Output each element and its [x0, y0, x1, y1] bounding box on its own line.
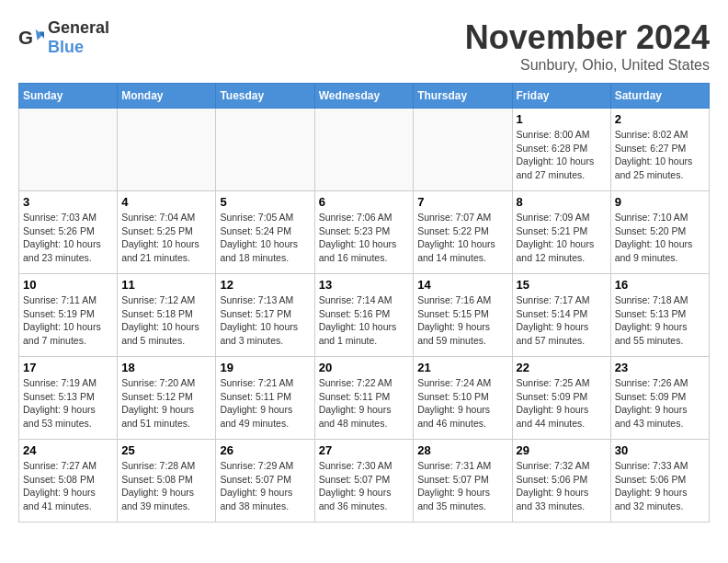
calendar-cell: 8Sunrise: 7:09 AM Sunset: 5:21 PM Daylig… — [512, 191, 610, 274]
day-info: Sunrise: 7:14 AM Sunset: 5:16 PM Dayligh… — [319, 293, 410, 348]
calendar-cell: 23Sunrise: 7:26 AM Sunset: 5:09 PM Dayli… — [610, 357, 709, 440]
day-number: 23 — [615, 361, 705, 374]
day-number: 1 — [517, 112, 607, 126]
location-title: Sunbury, Ohio, United States — [465, 57, 710, 74]
weekday-header-thursday: Thursday — [414, 84, 512, 109]
day-info: Sunrise: 8:02 AM Sunset: 6:27 PM Dayligh… — [615, 128, 705, 182]
day-info: Sunrise: 7:19 AM Sunset: 5:13 PM Dayligh… — [23, 376, 113, 431]
day-info: Sunrise: 7:28 AM Sunset: 5:08 PM Dayligh… — [121, 459, 211, 513]
day-number: 3 — [23, 195, 113, 209]
calendar-cell: 30Sunrise: 7:33 AM Sunset: 5:06 PM Dayli… — [610, 440, 709, 523]
calendar-cell: 18Sunrise: 7:20 AM Sunset: 5:12 PM Dayli… — [118, 357, 216, 440]
day-info: Sunrise: 7:16 AM Sunset: 5:15 PM Dayligh… — [417, 293, 507, 348]
week-row-1: 3Sunrise: 7:03 AM Sunset: 5:26 PM Daylig… — [19, 191, 710, 274]
calendar-cell: 16Sunrise: 7:18 AM Sunset: 5:13 PM Dayli… — [610, 274, 709, 357]
day-number: 26 — [220, 443, 310, 457]
calendar-cell: 11Sunrise: 7:12 AM Sunset: 5:18 PM Dayli… — [118, 274, 216, 357]
calendar-cell: 1Sunrise: 8:00 AM Sunset: 6:28 PM Daylig… — [512, 109, 610, 191]
day-number: 19 — [220, 361, 310, 374]
title-area: November 2024 Sunbury, Ohio, United Stat… — [465, 18, 710, 74]
day-number: 22 — [517, 361, 607, 374]
calendar-cell: 26Sunrise: 7:29 AM Sunset: 5:07 PM Dayli… — [216, 440, 314, 523]
logo-general: General — [48, 18, 109, 37]
day-number: 2 — [615, 112, 705, 126]
day-info: Sunrise: 7:04 AM Sunset: 5:25 PM Dayligh… — [121, 211, 211, 265]
calendar-cell: 2Sunrise: 8:02 AM Sunset: 6:27 PM Daylig… — [610, 109, 709, 191]
day-number: 13 — [319, 278, 410, 292]
calendar-cell: 9Sunrise: 7:10 AM Sunset: 5:20 PM Daylig… — [610, 191, 709, 274]
calendar-table: SundayMondayTuesdayWednesdayThursdayFrid… — [18, 83, 710, 523]
day-info: Sunrise: 7:18 AM Sunset: 5:13 PM Dayligh… — [615, 293, 705, 348]
calendar-cell: 19Sunrise: 7:21 AM Sunset: 5:11 PM Dayli… — [216, 357, 314, 440]
day-number: 4 — [121, 195, 211, 209]
day-number: 27 — [319, 443, 410, 457]
day-number: 30 — [615, 443, 705, 457]
page-header: G General Blue November 2024 Sunbury, Oh… — [18, 18, 710, 74]
day-number: 9 — [615, 195, 705, 209]
day-number: 10 — [23, 278, 113, 292]
day-info: Sunrise: 7:06 AM Sunset: 5:23 PM Dayligh… — [319, 211, 410, 265]
weekday-header-tuesday: Tuesday — [216, 84, 314, 109]
day-number: 11 — [121, 278, 211, 292]
week-row-0: 1Sunrise: 8:00 AM Sunset: 6:28 PM Daylig… — [19, 109, 710, 191]
calendar-cell: 24Sunrise: 7:27 AM Sunset: 5:08 PM Dayli… — [19, 440, 118, 523]
day-info: Sunrise: 7:07 AM Sunset: 5:22 PM Dayligh… — [417, 211, 507, 265]
day-info: Sunrise: 7:03 AM Sunset: 5:26 PM Dayligh… — [23, 211, 113, 265]
day-number: 28 — [417, 443, 507, 457]
calendar-cell: 28Sunrise: 7:31 AM Sunset: 5:07 PM Dayli… — [414, 440, 512, 523]
week-row-2: 10Sunrise: 7:11 AM Sunset: 5:19 PM Dayli… — [19, 274, 710, 357]
day-number: 8 — [517, 195, 607, 209]
day-number: 7 — [417, 195, 507, 209]
calendar-cell: 12Sunrise: 7:13 AM Sunset: 5:17 PM Dayli… — [216, 274, 314, 357]
calendar-cell: 25Sunrise: 7:28 AM Sunset: 5:08 PM Dayli… — [118, 440, 216, 523]
day-number: 25 — [121, 443, 211, 457]
day-number: 6 — [319, 195, 410, 209]
day-info: Sunrise: 7:22 AM Sunset: 5:11 PM Dayligh… — [319, 376, 410, 431]
day-number: 16 — [615, 278, 705, 292]
calendar-cell: 3Sunrise: 7:03 AM Sunset: 5:26 PM Daylig… — [19, 191, 118, 274]
month-title: November 2024 — [465, 18, 710, 57]
calendar-cell: 6Sunrise: 7:06 AM Sunset: 5:23 PM Daylig… — [314, 191, 414, 274]
day-number: 24 — [23, 443, 113, 457]
day-info: Sunrise: 7:10 AM Sunset: 5:20 PM Dayligh… — [615, 211, 705, 265]
day-number: 20 — [319, 361, 410, 374]
day-info: Sunrise: 7:05 AM Sunset: 5:24 PM Dayligh… — [220, 211, 310, 265]
weekday-header-monday: Monday — [118, 84, 216, 109]
calendar-cell — [414, 109, 512, 191]
calendar-cell: 10Sunrise: 7:11 AM Sunset: 5:19 PM Dayli… — [19, 274, 118, 357]
day-info: Sunrise: 7:31 AM Sunset: 5:07 PM Dayligh… — [417, 459, 507, 513]
calendar-cell: 4Sunrise: 7:04 AM Sunset: 5:25 PM Daylig… — [118, 191, 216, 274]
day-info: Sunrise: 7:21 AM Sunset: 5:11 PM Dayligh… — [220, 376, 310, 431]
week-row-3: 17Sunrise: 7:19 AM Sunset: 5:13 PM Dayli… — [19, 357, 710, 440]
weekday-header-row: SundayMondayTuesdayWednesdayThursdayFrid… — [19, 84, 710, 109]
day-info: Sunrise: 7:24 AM Sunset: 5:10 PM Dayligh… — [417, 376, 507, 431]
day-info: Sunrise: 7:29 AM Sunset: 5:07 PM Dayligh… — [220, 459, 310, 513]
calendar-cell — [216, 109, 314, 191]
calendar-cell: 7Sunrise: 7:07 AM Sunset: 5:22 PM Daylig… — [414, 191, 512, 274]
calendar-cell: 21Sunrise: 7:24 AM Sunset: 5:10 PM Dayli… — [414, 357, 512, 440]
logo-icon: G — [18, 25, 44, 51]
week-row-4: 24Sunrise: 7:27 AM Sunset: 5:08 PM Dayli… — [19, 440, 710, 523]
weekday-header-sunday: Sunday — [19, 84, 118, 109]
day-info: Sunrise: 7:11 AM Sunset: 5:19 PM Dayligh… — [23, 293, 113, 348]
day-number: 14 — [417, 278, 507, 292]
calendar-cell: 5Sunrise: 7:05 AM Sunset: 5:24 PM Daylig… — [216, 191, 314, 274]
calendar-cell — [118, 109, 216, 191]
day-info: Sunrise: 7:33 AM Sunset: 5:06 PM Dayligh… — [615, 459, 705, 513]
weekday-header-wednesday: Wednesday — [314, 84, 414, 109]
weekday-header-friday: Friday — [512, 84, 610, 109]
day-info: Sunrise: 7:25 AM Sunset: 5:09 PM Dayligh… — [517, 376, 607, 431]
logo: G General Blue — [18, 18, 109, 57]
day-number: 15 — [517, 278, 607, 292]
day-info: Sunrise: 7:30 AM Sunset: 5:07 PM Dayligh… — [319, 459, 410, 513]
calendar-cell: 13Sunrise: 7:14 AM Sunset: 5:16 PM Dayli… — [314, 274, 414, 357]
calendar-cell — [314, 109, 414, 191]
day-number: 5 — [220, 195, 310, 209]
day-number: 12 — [220, 278, 310, 292]
day-info: Sunrise: 8:00 AM Sunset: 6:28 PM Dayligh… — [517, 128, 607, 182]
calendar-cell: 20Sunrise: 7:22 AM Sunset: 5:11 PM Dayli… — [314, 357, 414, 440]
logo-blue: Blue — [48, 38, 84, 56]
calendar-cell: 22Sunrise: 7:25 AM Sunset: 5:09 PM Dayli… — [512, 357, 610, 440]
calendar-cell — [19, 109, 118, 191]
day-number: 21 — [417, 361, 507, 374]
